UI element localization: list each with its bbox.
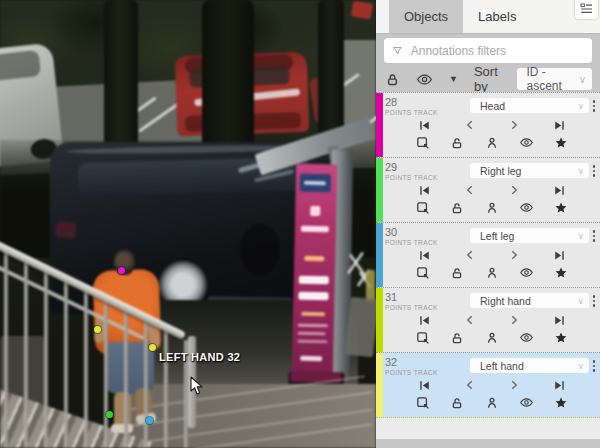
object-label-select[interactable]: Left leg ∨ xyxy=(470,228,589,243)
switch-occluded-person-icon[interactable] xyxy=(485,266,499,280)
next-keyframe-icon[interactable] xyxy=(508,184,520,196)
annotations-filter[interactable] xyxy=(384,38,592,63)
object-label-value: Left leg xyxy=(480,230,514,242)
switch-hidden-eye-icon[interactable] xyxy=(519,396,534,409)
object-switches xyxy=(416,265,568,280)
last-keyframe-icon[interactable] xyxy=(553,249,566,262)
next-keyframe-icon[interactable] xyxy=(508,249,520,261)
left-leg-point[interactable] xyxy=(146,417,153,424)
chevron-down-icon: ∨ xyxy=(577,101,584,111)
keyframe-navigation xyxy=(418,313,566,327)
object-type: POINTS TRACK xyxy=(385,304,438,311)
chevron-down-icon: ∨ xyxy=(577,231,584,241)
next-keyframe-icon[interactable] xyxy=(508,119,520,131)
switch-lock-icon[interactable] xyxy=(450,201,464,215)
switch-occluded-person-icon[interactable] xyxy=(485,136,499,150)
switch-occluded-person-icon[interactable] xyxy=(485,331,499,345)
sidebar-tabbar: Objects Labels xyxy=(376,0,600,34)
tab-objects[interactable]: Objects xyxy=(389,0,463,33)
switch-keyframe-star-icon[interactable] xyxy=(554,331,568,345)
prev-keyframe-icon[interactable] xyxy=(464,314,476,326)
object-actions-menu-icon[interactable] xyxy=(593,100,596,112)
chevron-down-icon: ∨ xyxy=(579,74,586,85)
switch-keyframe-star-icon[interactable] xyxy=(554,266,568,280)
hide-all-eye-icon[interactable] xyxy=(416,72,433,87)
switch-keyframe-star-icon[interactable] xyxy=(554,396,568,410)
object-actions-menu-icon[interactable] xyxy=(593,360,596,372)
next-keyframe-icon[interactable] xyxy=(508,314,520,326)
last-keyframe-icon[interactable] xyxy=(553,119,566,132)
sort-order-select[interactable]: ID - ascent ∨ xyxy=(517,68,592,90)
object-type: POINTS TRACK xyxy=(385,174,438,181)
object-label-select[interactable]: Head ∨ xyxy=(470,98,589,113)
object-label-select[interactable]: Left hand ∨ xyxy=(470,358,589,373)
object-label-value: Right leg xyxy=(480,165,521,177)
object-row[interactable]: 29 POINTS TRACK Right leg ∨ xyxy=(376,157,600,222)
caret-down-icon[interactable]: ▼ xyxy=(449,75,458,84)
annotation-canvas[interactable]: LEFT HAND 32 xyxy=(0,0,376,448)
switch-occluded-person-icon[interactable] xyxy=(485,396,499,410)
chevron-down-icon: ∨ xyxy=(577,166,584,176)
switch-occluded-person-icon[interactable] xyxy=(485,201,499,215)
first-keyframe-icon[interactable] xyxy=(418,184,431,197)
tab-labels[interactable]: Labels xyxy=(463,0,531,33)
first-keyframe-icon[interactable] xyxy=(418,379,431,392)
object-row[interactable]: 30 POINTS TRACK Left leg ∨ xyxy=(376,222,600,287)
switch-keyframe-star-icon[interactable] xyxy=(554,201,568,215)
switch-lock-icon[interactable] xyxy=(450,136,464,150)
first-keyframe-icon[interactable] xyxy=(418,314,431,327)
switch-keyframe-star-icon[interactable] xyxy=(554,136,568,150)
object-actions-menu-icon[interactable] xyxy=(593,165,596,177)
left-hand-point[interactable] xyxy=(149,344,156,351)
right-hand-point[interactable] xyxy=(94,326,101,333)
object-actions-menu-icon[interactable] xyxy=(593,230,596,242)
object-switches xyxy=(416,330,568,345)
object-color-strip xyxy=(376,353,383,417)
prev-keyframe-icon[interactable] xyxy=(464,184,476,196)
object-row[interactable]: 28 POINTS TRACK Head ∨ xyxy=(376,92,600,157)
next-keyframe-icon[interactable] xyxy=(508,379,520,391)
object-color-strip xyxy=(376,93,383,157)
object-label-value: Left hand xyxy=(480,360,524,372)
switch-outside-icon[interactable] xyxy=(416,266,430,280)
switch-hidden-eye-icon[interactable] xyxy=(519,136,534,149)
filter-input[interactable] xyxy=(409,43,584,59)
last-keyframe-icon[interactable] xyxy=(553,184,566,197)
head-point[interactable] xyxy=(118,267,125,274)
prev-keyframe-icon[interactable] xyxy=(464,249,476,261)
object-label-select[interactable]: Right hand ∨ xyxy=(470,293,589,308)
object-switches xyxy=(416,200,568,215)
object-color-strip xyxy=(376,158,383,222)
object-row[interactable]: 32 POINTS TRACK Left hand ∨ xyxy=(376,352,600,418)
chevron-down-icon: ∨ xyxy=(577,296,584,306)
switch-outside-icon[interactable] xyxy=(416,331,430,345)
objects-sidebar: Objects Labels ▼ Sort by ID - ascent ∨ 2… xyxy=(376,0,600,448)
object-row[interactable]: 31 POINTS TRACK Right hand ∨ xyxy=(376,287,600,352)
first-keyframe-icon[interactable] xyxy=(418,119,431,132)
object-id: 30 xyxy=(385,227,397,238)
list-icon xyxy=(580,2,593,15)
sort-order-value: ID - ascent xyxy=(526,65,578,93)
collapse-sidebar-button[interactable] xyxy=(575,0,598,19)
keyframe-navigation xyxy=(418,183,566,197)
last-keyframe-icon[interactable] xyxy=(553,379,566,392)
switch-outside-icon[interactable] xyxy=(416,201,430,215)
first-keyframe-icon[interactable] xyxy=(418,249,431,262)
prev-keyframe-icon[interactable] xyxy=(464,119,476,131)
object-label-select[interactable]: Right leg ∨ xyxy=(470,163,589,178)
prev-keyframe-icon[interactable] xyxy=(464,379,476,391)
switch-outside-icon[interactable] xyxy=(416,136,430,150)
object-actions-menu-icon[interactable] xyxy=(593,295,596,307)
switch-lock-icon[interactable] xyxy=(450,266,464,280)
switch-hidden-eye-icon[interactable] xyxy=(519,331,534,344)
switch-hidden-eye-icon[interactable] xyxy=(519,201,534,214)
switch-lock-icon[interactable] xyxy=(450,396,464,410)
switch-lock-icon[interactable] xyxy=(450,331,464,345)
lock-all-icon[interactable] xyxy=(385,72,400,87)
switch-outside-icon[interactable] xyxy=(416,396,430,410)
object-switches xyxy=(416,395,568,410)
switch-hidden-eye-icon[interactable] xyxy=(519,266,534,279)
right-leg-point[interactable] xyxy=(106,411,113,418)
object-type: POINTS TRACK xyxy=(385,369,438,376)
last-keyframe-icon[interactable] xyxy=(553,314,566,327)
